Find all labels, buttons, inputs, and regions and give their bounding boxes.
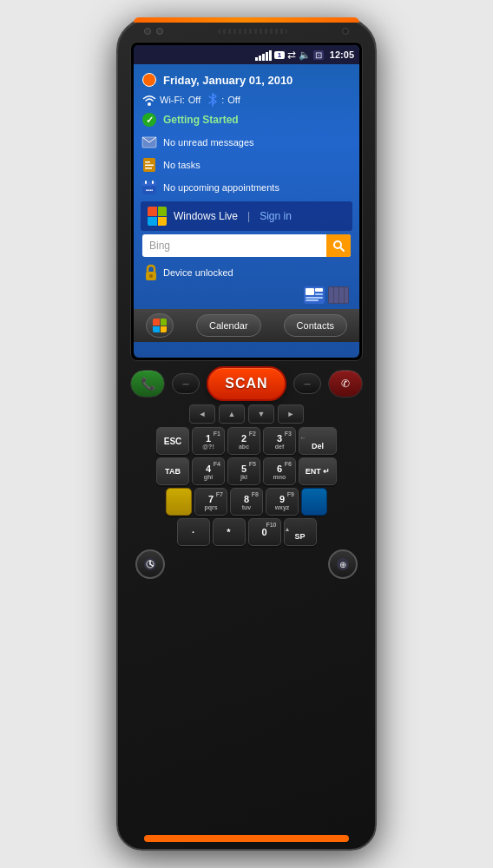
no-messages-row[interactable]: No unread messages — [139, 131, 354, 154]
no-tasks-row[interactable]: No tasks — [139, 154, 354, 176]
key-3[interactable]: F3 3 def — [263, 427, 296, 455]
end-call-icon: ✆ — [341, 378, 350, 390]
flag-red — [148, 207, 157, 216]
key-9[interactable]: F9 9 wxyz — [266, 488, 299, 516]
key-1-main: 1 — [206, 433, 211, 444]
key-4-chars: ghi — [204, 474, 214, 480]
svg-rect-5 — [145, 161, 150, 163]
mail-icon — [141, 136, 157, 148]
scan-button[interactable]: SCAN — [207, 366, 286, 401]
key-dot-label: · — [192, 527, 194, 537]
svg-line-15 — [340, 247, 344, 251]
key-del[interactable]: ← Del — [299, 427, 337, 455]
sign-in-text[interactable]: Sign in — [260, 210, 292, 222]
key-esc[interactable]: ESC — [156, 427, 189, 455]
key-0[interactable]: F10 0 — [248, 518, 281, 546]
key-star[interactable]: * — [213, 518, 246, 546]
contacts-button[interactable]: Contacts — [284, 314, 347, 337]
no-tasks-text: No tasks — [163, 160, 200, 170]
top-speaker — [218, 29, 287, 34]
volume-icon: 🔈 — [299, 49, 311, 61]
up-arrow-icon: ▲ — [228, 410, 236, 418]
call-button[interactable]: 📞 — [130, 370, 165, 398]
bottom-nav-row: ⊕ — [130, 546, 363, 582]
keypad: ESC F1 1 @?! F2 2 abc F3 3 def — [130, 427, 363, 546]
bottom-right-button[interactable]: ⊕ — [328, 549, 358, 579]
right-arrow-icon: ► — [287, 410, 295, 418]
right-nav-button[interactable]: ─ — [293, 373, 321, 394]
signal-bar-2 — [259, 56, 261, 61]
no-appointments-text: No upcoming appointments — [163, 182, 279, 193]
date-row: Friday, January 01, 2010 — [139, 68, 354, 91]
dpad-right-button[interactable]: ► — [278, 404, 304, 424]
key-5[interactable]: F5 5 jkl — [227, 457, 260, 485]
today-content: Friday, January 01, 2010 Wi-Fi: Off — [134, 64, 359, 309]
key-8-main: 8 — [244, 494, 249, 504]
flag-yellow — [158, 217, 168, 227]
key-row-2: TAB F4 4 ghi F5 5 jkl F6 6 mno — [130, 457, 363, 485]
key-ent-label: ENT ↵ — [306, 467, 331, 476]
key-9-sub: F9 — [287, 491, 294, 497]
key-2-main: 2 — [241, 433, 246, 444]
key-sp[interactable]: ▲ SP — [284, 518, 317, 546]
bottom-icons-row — [139, 285, 354, 306]
key-2[interactable]: F2 2 abc — [227, 427, 260, 455]
flag-green — [158, 207, 168, 216]
search-bar[interactable]: Bing — [142, 234, 351, 257]
svg-rect-7 — [145, 168, 152, 169]
key-1-sub: F1 — [214, 431, 220, 437]
screen: 1 ⇄ 🔈 ⊡ 12:05 Friday — [134, 45, 359, 358]
left-arrow-icon: ─ — [182, 379, 188, 389]
key-2-chars: abc — [239, 444, 249, 450]
key-esc-label: ESC — [164, 437, 182, 446]
key-5-chars: jkl — [240, 474, 247, 480]
bottom-left-button[interactable] — [135, 549, 165, 579]
signal-bar-5 — [269, 50, 272, 61]
transfer-icon: ⇄ — [287, 49, 296, 61]
key-tab[interactable]: TAB — [156, 457, 189, 485]
key-6[interactable]: F6 6 mno — [263, 457, 296, 485]
key-1[interactable]: F1 1 @?! — [192, 427, 225, 455]
key-0-main: 0 — [261, 527, 266, 537]
lock-row: Device unlocked — [139, 260, 354, 285]
screen-bezel: 1 ⇄ 🔈 ⊡ 12:05 Friday — [130, 42, 363, 361]
key-ent[interactable]: ENT ↵ — [299, 457, 337, 485]
left-nav-button[interactable]: ─ — [172, 373, 200, 394]
dpad-up-button[interactable]: ▲ — [219, 404, 245, 424]
end-call-button[interactable]: ✆ — [328, 370, 363, 398]
key-dot[interactable]: · — [177, 518, 210, 546]
right-dash-icon: ─ — [304, 379, 310, 389]
key-4-sub: F4 — [214, 461, 220, 467]
key-blue[interactable] — [301, 488, 327, 516]
svg-text:▪▪▪▪: ▪▪▪▪ — [146, 187, 154, 193]
svg-rect-28 — [345, 287, 348, 303]
key-8[interactable]: F8 8 tuv — [230, 488, 263, 516]
start-button[interactable] — [146, 313, 174, 338]
no-appointments-row[interactable]: ▪▪▪▪ No upcoming appointments — [139, 176, 354, 199]
key-yellow[interactable] — [166, 488, 192, 516]
search-icon — [332, 240, 345, 252]
dpad-left-button[interactable]: ◄ — [189, 404, 215, 424]
bt-prefix: : — [221, 95, 224, 105]
device-top-bar — [118, 19, 375, 38]
getting-started-row[interactable]: ✓ Getting Started — [139, 108, 354, 131]
key-4[interactable]: F4 4 ghi — [192, 457, 225, 485]
key-7[interactable]: F7 7 pqrs — [194, 488, 227, 516]
key-0-sub: F10 — [266, 522, 276, 528]
search-input-area: Bing — [142, 240, 326, 252]
dpad-down-button[interactable]: ▼ — [248, 404, 274, 424]
contacts-label: Contacts — [297, 320, 334, 331]
key-star-label: * — [227, 527, 230, 537]
windows-live-section[interactable]: Windows Live | Sign in — [141, 201, 352, 231]
device: 1 ⇄ 🔈 ⊡ 12:05 Friday — [116, 17, 377, 851]
calendar-button[interactable]: Calendar — [196, 314, 261, 337]
svg-rect-21 — [315, 293, 323, 295]
key-7-sub: F7 — [216, 491, 223, 497]
search-button[interactable] — [326, 234, 351, 257]
key-3-chars: def — [275, 444, 285, 450]
signal-num-badge: 1 — [274, 51, 285, 59]
key-9-chars: wxyz — [275, 504, 290, 510]
key-5-sub: F5 — [249, 461, 256, 467]
bt-status: Off — [227, 95, 240, 105]
key-9-main: 9 — [279, 494, 285, 504]
